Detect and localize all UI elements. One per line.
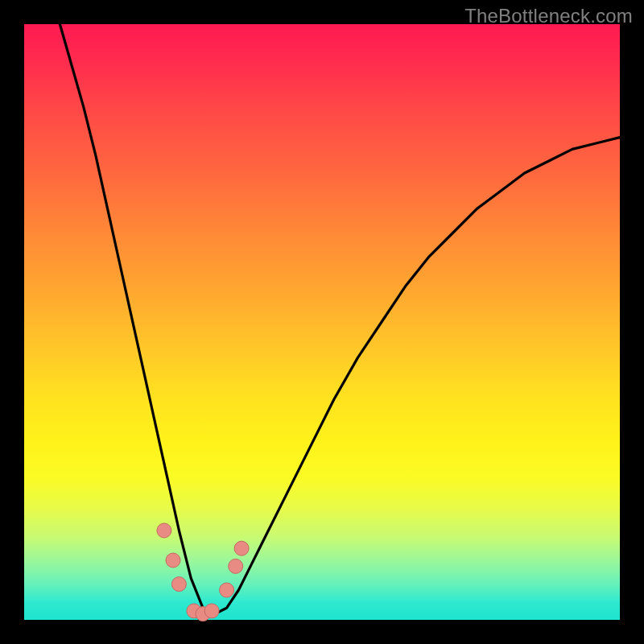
data-marker — [229, 559, 243, 573]
data-marker — [171, 577, 186, 592]
plot-area — [24, 24, 620, 620]
data-marker — [204, 604, 219, 618]
data-marker — [166, 553, 180, 568]
chart-frame: TheBottleneck.com — [0, 0, 644, 644]
marker-layer — [157, 523, 249, 621]
data-marker — [234, 541, 249, 555]
watermark-text: TheBottleneck.com — [464, 5, 633, 27]
bottleneck-curve — [60, 24, 620, 614]
data-marker — [220, 583, 234, 597]
data-marker — [157, 523, 171, 538]
curve-layer — [60, 24, 620, 614]
chart-svg — [24, 24, 620, 620]
